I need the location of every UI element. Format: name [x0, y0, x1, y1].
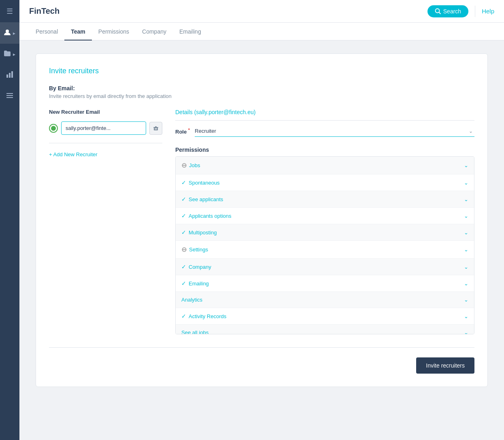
role-select-wrapper[interactable]: Recruiter Admin Manager ⌄	[195, 125, 474, 137]
left-column: New Recruiter Email	[49, 109, 162, 334]
perm-emailing-chevron: ⌄	[464, 281, 468, 287]
perm-see-all-jobs[interactable]: See all jobs ⌄	[176, 325, 474, 334]
tab-personal[interactable]: Personal	[29, 23, 64, 40]
content-area: Invite recruiters By Email: Invite recru…	[19, 40, 504, 440]
perm-company[interactable]: ✓ Company ⌄	[176, 259, 474, 275]
topbar: FinTech Search Help	[19, 0, 504, 23]
by-email-desc: Invite recruiters by email directly from…	[49, 93, 474, 99]
topbar-right: Search Help	[427, 5, 494, 17]
perm-emailing-icon: ✓	[181, 280, 186, 287]
svg-rect-1	[6, 74, 8, 78]
perm-jobs-chevron: ⌄	[464, 162, 468, 168]
svg-line-8	[439, 13, 440, 14]
perm-analytics-label: Analytics	[181, 297, 202, 303]
trash-icon	[153, 125, 159, 131]
perm-multiposting[interactable]: ✓ Multiposting ⌄	[176, 224, 474, 241]
perm-spontaneous-icon: ✓	[181, 179, 186, 186]
search-button[interactable]: Search	[427, 5, 468, 17]
svg-rect-4	[6, 93, 13, 94]
permissions-title: Permissions	[175, 147, 474, 153]
perm-multiposting-icon: ✓	[181, 229, 186, 236]
perm-applicants-options[interactable]: ✓ Applicants options ⌄	[176, 208, 474, 224]
tab-company[interactable]: Company	[136, 23, 173, 40]
perm-see-all-jobs-label: See all jobs	[181, 329, 208, 334]
perm-spontaneous-chevron: ⌄	[464, 180, 468, 186]
perm-applicants-options-label: Applicants options	[189, 213, 232, 219]
app-logo: FinTech	[29, 6, 60, 16]
help-link[interactable]: Help	[482, 8, 494, 15]
new-recruiter-col-title: New Recruiter Email	[49, 109, 162, 115]
perm-activity-records-chevron: ⌄	[464, 313, 468, 319]
invite-recruiters-button[interactable]: Invite recruiters	[416, 357, 474, 374]
topbar-divider	[475, 6, 475, 17]
folder-icon	[3, 49, 11, 60]
perm-settings-label: Settings	[189, 247, 208, 253]
perm-applicants-options-icon: ✓	[181, 213, 186, 219]
svg-rect-10	[155, 126, 157, 127]
perm-see-applicants[interactable]: ✓ See applicants ⌄	[176, 191, 474, 208]
chart-icon	[6, 70, 14, 81]
perm-company-label: Company	[189, 264, 211, 270]
tab-permissions[interactable]: Permissions	[92, 23, 136, 40]
user-icon	[3, 28, 11, 38]
perm-spontaneous[interactable]: ✓ Spontaneous ⌄	[176, 174, 474, 191]
tab-team[interactable]: Team	[64, 23, 92, 40]
svg-rect-3	[11, 71, 13, 78]
perm-see-applicants-label: See applicants	[189, 196, 223, 202]
perm-settings-chevron: ⌄	[464, 247, 468, 253]
radio-inner	[51, 126, 56, 131]
search-icon	[435, 8, 441, 14]
sidebar: ☰ ► ►	[0, 0, 19, 440]
perm-multiposting-label: Multiposting	[189, 230, 217, 236]
perm-applicants-options-chevron: ⌄	[464, 213, 468, 219]
email-input[interactable]	[61, 121, 146, 135]
perm-company-icon: ✓	[181, 264, 186, 270]
invite-card: Invite recruiters By Email: Invite recru…	[36, 53, 488, 387]
perm-analytics-chevron: ⌄	[464, 297, 468, 303]
role-label: Role *	[175, 128, 190, 135]
svg-point-0	[6, 30, 9, 33]
perm-emailing-label: Emailing	[189, 281, 209, 287]
svg-rect-11	[153, 127, 158, 128]
perm-see-applicants-chevron: ⌄	[464, 196, 468, 202]
permissions-list: ⊖ Jobs ⌄ ✓ Spontaneous ⌄	[175, 156, 474, 334]
expand-icon2: ►	[12, 52, 16, 57]
perm-company-chevron: ⌄	[464, 264, 468, 270]
svg-rect-5	[6, 95, 13, 96]
card-title: Invite recruiters	[49, 67, 474, 75]
sidebar-item-chart[interactable]	[0, 65, 19, 86]
main-area: FinTech Search Help Personal Team Permis…	[19, 0, 504, 440]
card-footer: Invite recruiters	[49, 347, 474, 374]
sidebar-menu-top[interactable]: ☰	[0, 0, 19, 23]
perm-analytics[interactable]: Analytics ⌄	[176, 292, 474, 308]
role-select[interactable]: Recruiter Admin Manager	[195, 125, 474, 136]
perm-jobs-icon: ⊖	[181, 162, 187, 169]
right-column: Details (sally.porter@fintech.eu) Role *…	[175, 109, 474, 334]
delete-email-button[interactable]	[149, 122, 162, 135]
perm-settings-icon: ⊖	[181, 246, 187, 253]
svg-rect-2	[9, 73, 11, 78]
two-col-layout: New Recruiter Email	[49, 109, 474, 334]
tabs-bar: Personal Team Permissions Company Emaili…	[19, 23, 504, 40]
perm-see-all-jobs-chevron: ⌄	[464, 329, 468, 334]
perm-settings[interactable]: ⊖ Settings ⌄	[176, 241, 474, 259]
list-icon	[6, 91, 14, 102]
perm-activity-records[interactable]: ✓ Activity Records ⌄	[176, 308, 474, 325]
menu-icon: ☰	[6, 7, 13, 16]
svg-rect-6	[6, 97, 13, 98]
perm-emailing[interactable]: ✓ Emailing ⌄	[176, 275, 474, 292]
expand-icon: ►	[12, 31, 16, 36]
sidebar-item-list[interactable]	[0, 86, 19, 107]
by-email-label: By Email:	[49, 85, 474, 91]
sidebar-item-user[interactable]: ►	[0, 23, 19, 44]
perm-activity-records-icon: ✓	[181, 313, 186, 319]
perm-jobs[interactable]: ⊖ Jobs ⌄	[176, 157, 474, 174]
tab-emailing[interactable]: Emailing	[173, 23, 208, 40]
add-recruiter-link[interactable]: + Add New Recruiter	[49, 151, 162, 157]
perm-jobs-label: Jobs	[189, 162, 200, 168]
left-col-divider	[49, 143, 162, 143]
perm-see-applicants-icon: ✓	[181, 196, 186, 202]
email-radio[interactable]	[49, 124, 58, 133]
perm-spontaneous-label: Spontaneous	[189, 180, 220, 186]
sidebar-item-folder[interactable]: ►	[0, 44, 19, 65]
